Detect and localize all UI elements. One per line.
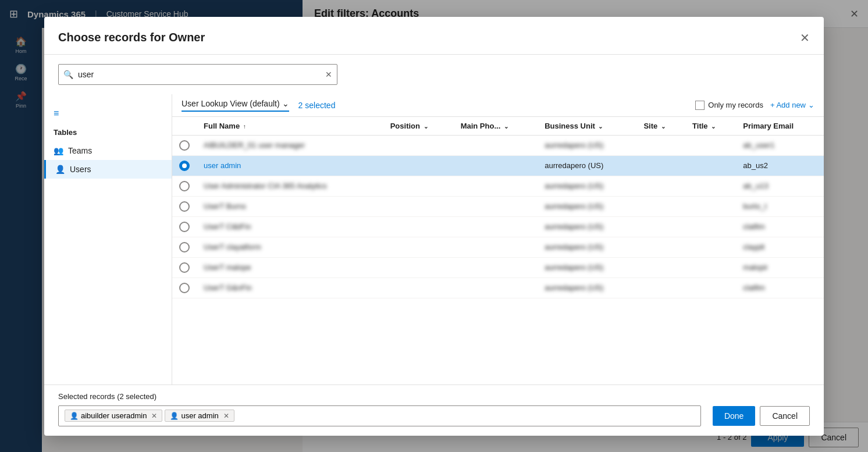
table-row[interactable]: UserT Burnsaurredapero (US)burto_t <box>172 196 824 216</box>
radio-button[interactable] <box>179 201 190 212</box>
modal-close-button[interactable]: ✕ <box>800 31 810 45</box>
tag-person-icon-1: 👤 <box>70 412 79 420</box>
row-select-cell[interactable] <box>172 237 197 257</box>
modal-body: ≡ Tables 👥 Teams 👤 Users User Lookup Vie… <box>44 94 824 385</box>
full-name-link[interactable]: user admin <box>204 161 241 170</box>
view-selector[interactable]: User Lookup View (default) ⌄ <box>182 99 289 112</box>
row-select-cell[interactable] <box>172 277 197 298</box>
search-input[interactable] <box>78 70 321 79</box>
cell-title <box>685 135 736 155</box>
col-primary-email[interactable]: Primary Email <box>736 117 824 136</box>
table-row[interactable]: UserT malopeaurredapero (US)malopir <box>172 257 824 277</box>
row-select-cell[interactable] <box>172 196 197 216</box>
add-new-chevron-icon: ⌄ <box>808 101 814 109</box>
table-row[interactable]: AIBUILDER_01 user manageraurredapero (US… <box>172 135 824 155</box>
add-new-button[interactable]: + Add new ⌄ <box>770 101 814 109</box>
radio-button[interactable] <box>179 181 190 191</box>
cell-main-phone <box>454 257 538 277</box>
radio-button[interactable] <box>179 161 190 171</box>
cell-business-unit: aurredapero (US) <box>538 237 636 257</box>
row-select-cell[interactable] <box>172 135 197 155</box>
selected-records-label: Selected records (2 selected) <box>58 392 810 401</box>
cell-site <box>636 176 685 196</box>
done-button[interactable]: Done <box>713 406 755 426</box>
cell-title <box>685 237 736 257</box>
title-sort-icon: ⌄ <box>711 123 716 130</box>
selected-tag-useradmin: 👤 user admin ✕ <box>165 410 234 422</box>
selected-records-footer: Selected records (2 selected) 👤 aibuilde… <box>44 385 824 436</box>
tag-name-2: user admin <box>181 411 218 420</box>
cell-site <box>636 135 685 155</box>
left-panel: ≡ Tables 👥 Teams 👤 Users <box>44 94 172 385</box>
cell-business-unit: aurredapero (US) <box>538 155 636 176</box>
col-site[interactable]: Site ⌄ <box>636 117 685 136</box>
toolbar-right: Only my records + Add new ⌄ <box>695 101 814 110</box>
row-select-cell[interactable] <box>172 257 197 277</box>
footer-row: 👤 aibuilder useradmin ✕ 👤 user admin ✕ D… <box>58 405 810 426</box>
users-label: Users <box>70 165 91 174</box>
cell-full-name: UserT clayatform <box>197 237 383 257</box>
add-new-label: + Add new <box>770 101 806 109</box>
only-my-records-option[interactable]: Only my records <box>695 101 763 110</box>
table-row[interactable]: user adminaurredapero (US)ab_us2 <box>172 155 824 176</box>
cell-primary-email: malopir <box>736 257 824 277</box>
cell-main-phone <box>454 216 538 237</box>
left-panel-item-teams[interactable]: 👥 Teams <box>44 141 172 160</box>
menu-icon[interactable]: ≡ <box>44 104 172 123</box>
search-clear-button[interactable]: ✕ <box>325 70 332 79</box>
radio-button[interactable] <box>179 262 190 273</box>
cell-full-name[interactable]: user admin <box>197 155 383 176</box>
cell-main-phone <box>454 176 538 196</box>
col-main-phone[interactable]: Main Pho... ⌄ <box>454 117 538 136</box>
cell-main-phone <box>454 277 538 298</box>
table-row[interactable]: UserT clayatformaurredapero (US)clayplt <box>172 237 824 257</box>
cell-title <box>685 176 736 196</box>
radio-button[interactable] <box>179 283 190 293</box>
col-title[interactable]: Title ⌄ <box>685 117 736 136</box>
cell-main-phone <box>454 135 538 155</box>
cancel-button[interactable]: Cancel <box>760 406 810 426</box>
row-select-cell[interactable] <box>172 216 197 237</box>
choose-records-modal: Choose records for Owner ✕ 🔍 ✕ ≡ Tables … <box>44 17 824 436</box>
main-phone-sort-icon: ⌄ <box>504 123 508 130</box>
users-icon: 👤 <box>55 165 65 174</box>
radio-button[interactable] <box>179 242 190 252</box>
radio-button[interactable] <box>179 140 190 151</box>
view-selector-label: User Lookup View (default) <box>182 99 280 108</box>
cell-position <box>383 237 454 257</box>
cell-full-name: UserT Cl&tFin <box>197 216 383 237</box>
row-select-cell[interactable] <box>172 176 197 196</box>
cell-site <box>636 257 685 277</box>
table-row[interactable]: User Administrator CIA 365 Analyticsaurr… <box>172 176 824 196</box>
cell-main-phone <box>454 196 538 216</box>
cell-position <box>383 277 454 298</box>
cell-full-name: AIBUILDER_01 user manager <box>197 135 383 155</box>
modal-search-area: 🔍 ✕ <box>44 55 824 94</box>
tag-remove-1[interactable]: ✕ <box>151 412 157 420</box>
cell-title <box>685 155 736 176</box>
tag-remove-2[interactable]: ✕ <box>223 412 229 420</box>
left-panel-item-users[interactable]: 👤 Users <box>44 160 172 179</box>
col-full-name[interactable]: Full Name ↑ <box>197 117 383 136</box>
table-row[interactable]: UserT Cl&tFinaurredapero (US)clatfim <box>172 216 824 237</box>
cell-primary-email: clatfim <box>736 216 824 237</box>
col-business-unit[interactable]: Business Unit ⌄ <box>538 117 636 136</box>
data-table: Full Name ↑ Position ⌄ Main Pho... ⌄ <box>172 117 824 385</box>
row-select-cell[interactable] <box>172 155 197 176</box>
cell-primary-email: clatfim <box>736 277 824 298</box>
cell-business-unit: aurredapero (US) <box>538 277 636 298</box>
col-select <box>172 117 197 136</box>
modal-overlay: Choose records for Owner ✕ 🔍 ✕ ≡ Tables … <box>0 0 868 452</box>
only-my-records-checkbox[interactable] <box>695 101 705 110</box>
cell-full-name: UserT G&nFin <box>197 277 383 298</box>
right-panel-toolbar: User Lookup View (default) ⌄ 2 selected … <box>172 94 824 117</box>
table-row[interactable]: UserT G&nFinaurredapero (US)clatfim <box>172 277 824 298</box>
tag-name-1: aibuilder useradmin <box>81 411 147 420</box>
cell-primary-email: ab_u13 <box>736 176 824 196</box>
cell-primary-email: ab_user1 <box>736 135 824 155</box>
col-position[interactable]: Position ⌄ <box>383 117 454 136</box>
cell-business-unit: aurredapero (US) <box>538 176 636 196</box>
full-name-sort-icon: ↑ <box>243 123 246 130</box>
cell-position <box>383 216 454 237</box>
radio-button[interactable] <box>179 222 190 232</box>
